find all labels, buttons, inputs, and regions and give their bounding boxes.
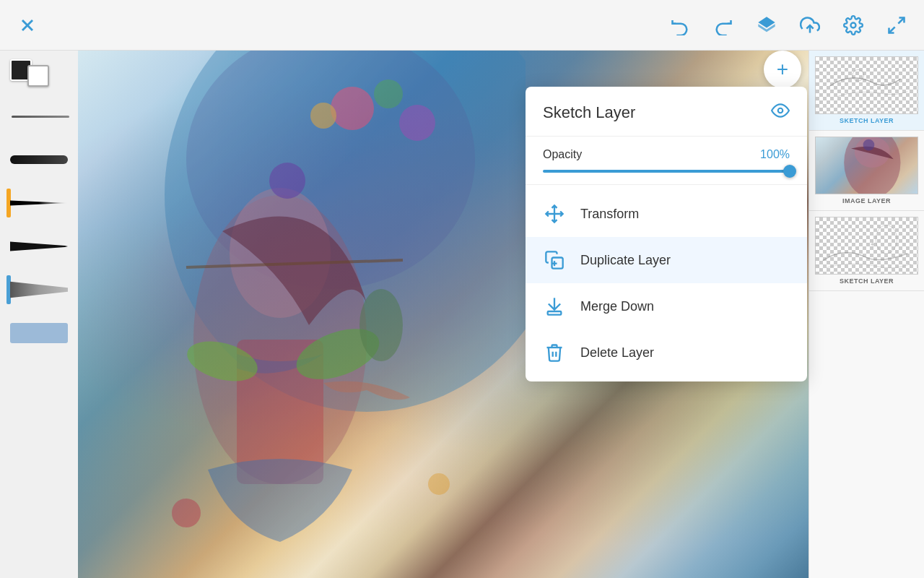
move-icon: [543, 202, 566, 225]
add-layer-button[interactable]: +: [764, 51, 801, 88]
brush-medium[interactable]: [6, 142, 71, 178]
brush-watercolor[interactable]: [6, 315, 71, 351]
background-color[interactable]: [27, 65, 49, 87]
layer-sketch-bottom-thumbnail: ✦: [815, 217, 918, 275]
export-button[interactable]: [797, 12, 823, 38]
opacity-value: 100%: [760, 148, 790, 161]
delete-action[interactable]: Delete Layer: [526, 329, 807, 376]
fullscreen-button[interactable]: [884, 12, 910, 38]
right-panel: SKETCH LAYER IMAGE LAYER ✦ SKETCH LAYER: [808, 51, 924, 578]
svg-point-24: [853, 69, 864, 81]
layer-sketch-bottom[interactable]: ✦ SKETCH LAYER: [809, 211, 924, 291]
popup-opacity: Opacity 100%: [526, 137, 807, 185]
svg-point-22: [172, 499, 201, 527]
redo-button[interactable]: [710, 12, 736, 38]
close-button[interactable]: [14, 12, 40, 38]
popup-title: Sketch Layer: [543, 103, 635, 122]
toolbar: [0, 0, 924, 51]
brush-soft[interactable]: [6, 272, 71, 308]
svg-rect-34: [548, 311, 562, 315]
layer-image-thumbnail: [815, 137, 918, 194]
settings-button[interactable]: [840, 12, 866, 38]
popup-header: Sketch Layer: [526, 87, 807, 137]
brush-marker[interactable]: [6, 228, 71, 264]
svg-point-10: [331, 87, 374, 130]
transform-action[interactable]: Transform: [526, 191, 807, 237]
svg-point-23: [428, 473, 450, 495]
popup-actions: Transform Duplicate Layer: [526, 185, 807, 381]
svg-text:✦: ✦: [870, 241, 875, 248]
layer-image[interactable]: IMAGE LAYER: [809, 131, 924, 211]
opacity-row: Opacity 100%: [543, 148, 790, 161]
layer-image-label: IMAGE LAYER: [815, 197, 918, 204]
merge-label: Merge Down: [580, 299, 654, 314]
duplicate-label: Duplicate Layer: [580, 253, 671, 268]
opacity-label: Opacity: [543, 148, 582, 161]
opacity-thumb: [783, 165, 796, 178]
layer-sketch-top-thumbnail: [815, 56, 918, 114]
trash-icon: [543, 341, 566, 364]
brush-fineline[interactable]: [6, 98, 71, 134]
left-panel: [0, 51, 78, 578]
brush-blade[interactable]: [6, 185, 71, 221]
layer-sketch-top[interactable]: SKETCH LAYER: [809, 51, 924, 131]
toolbar-right: [667, 12, 910, 38]
layers-button[interactable]: [754, 12, 780, 38]
svg-point-12: [310, 103, 336, 129]
layer-sketch-bottom-label: SKETCH LAYER: [815, 277, 918, 285]
layer-popup: Sketch Layer Opacity 100% Transform: [526, 87, 807, 381]
duplicate-action[interactable]: Duplicate Layer: [526, 237, 807, 283]
svg-point-5: [851, 22, 856, 27]
delete-label: Delete Layer: [580, 345, 654, 361]
svg-point-30: [778, 108, 783, 113]
svg-point-17: [269, 163, 305, 199]
svg-point-28: [876, 225, 897, 254]
merge-icon: [543, 295, 566, 318]
transform-label: Transform: [580, 207, 639, 222]
toolbar-left: [14, 12, 40, 38]
undo-button[interactable]: [667, 12, 693, 38]
svg-point-21: [359, 289, 403, 361]
svg-point-11: [374, 79, 403, 108]
opacity-slider[interactable]: [543, 170, 790, 173]
copy-icon: [543, 249, 566, 272]
merge-action[interactable]: Merge Down: [526, 283, 807, 329]
eye-icon[interactable]: [771, 101, 790, 124]
svg-point-27: [863, 139, 875, 151]
svg-point-13: [399, 105, 435, 141]
layer-sketch-top-label: SKETCH LAYER: [815, 117, 918, 124]
